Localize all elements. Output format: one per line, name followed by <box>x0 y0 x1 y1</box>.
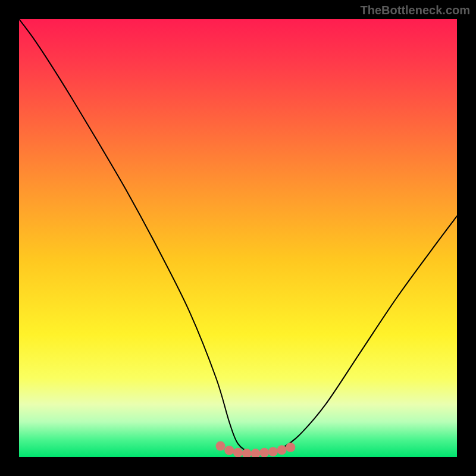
highlight-dot <box>242 449 252 457</box>
highlight-dot <box>259 448 269 457</box>
highlight-dot <box>286 443 295 452</box>
curve-svg <box>19 19 457 457</box>
watermark-text: TheBottleneck.com <box>361 4 470 17</box>
highlight-dot <box>224 446 234 455</box>
highlight-dot <box>233 448 243 457</box>
highlight-dot <box>268 447 278 456</box>
bottleneck-curve <box>19 19 457 453</box>
chart-frame: TheBottleneck.com <box>0 0 476 476</box>
plot-area <box>19 19 457 457</box>
highlight-dot <box>250 449 260 457</box>
highlight-dot <box>216 441 226 451</box>
highlight-dot <box>277 445 287 455</box>
highlight-dots <box>216 441 296 457</box>
